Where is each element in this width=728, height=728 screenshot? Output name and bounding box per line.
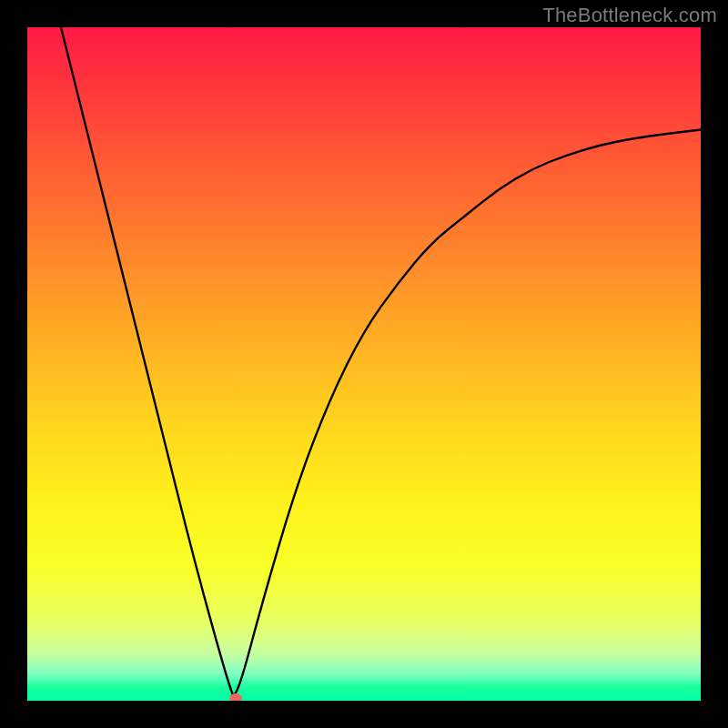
plot-area <box>27 27 701 701</box>
marker-dot <box>229 693 242 701</box>
bottleneck-curve <box>27 27 701 701</box>
chart-frame: TheBottleneck.com <box>0 0 728 728</box>
curve-path <box>61 27 701 694</box>
watermark-label: TheBottleneck.com <box>542 4 717 27</box>
